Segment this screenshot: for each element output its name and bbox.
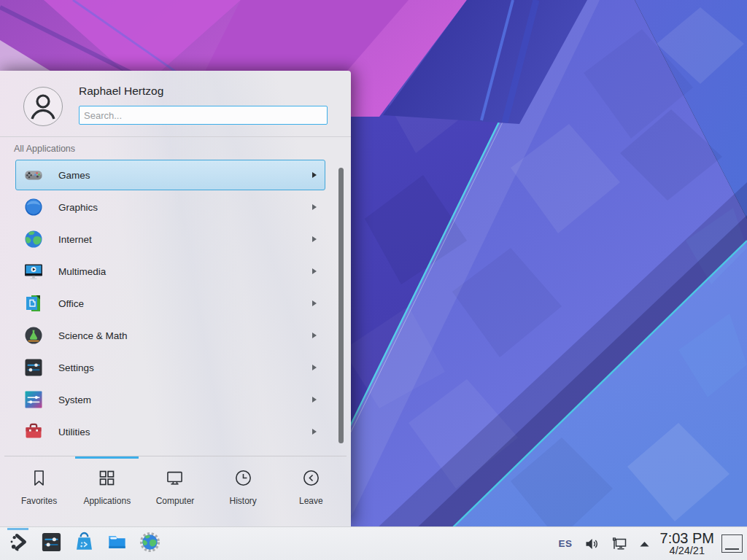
category-multimedia[interactable]: Multimedia xyxy=(15,256,325,287)
tab-computer[interactable]: Computer xyxy=(142,462,208,506)
science-icon xyxy=(23,325,44,346)
tab-label: History xyxy=(229,496,256,506)
favorites-icon xyxy=(29,468,49,491)
graphics-icon xyxy=(23,197,44,217)
user-name: Raphael Hertzog xyxy=(79,85,163,98)
category-graphics[interactable]: Graphics xyxy=(15,192,325,222)
web-browser-taskbar-button[interactable] xyxy=(137,531,162,557)
network-icon[interactable] xyxy=(611,536,628,552)
submenu-arrow-icon xyxy=(312,429,317,435)
category-label: Science & Math xyxy=(58,330,128,341)
category-internet[interactable]: Internet xyxy=(15,224,325,254)
category-science-math[interactable]: Science & Math xyxy=(15,320,325,351)
computer-icon xyxy=(165,468,185,491)
tab-history[interactable]: History xyxy=(210,462,276,506)
internet-icon xyxy=(23,229,44,249)
utilities-icon xyxy=(23,421,44,442)
kickoff-icon xyxy=(7,531,30,556)
submenu-arrow-icon xyxy=(312,204,317,210)
launcher-header: Raphael Hertzog xyxy=(0,71,351,136)
desktop: Raphael Hertzog All Applications Games G… xyxy=(0,0,747,560)
digital-clock[interactable]: 7:03 PM 4/24/21 xyxy=(660,531,714,557)
games-icon xyxy=(23,165,44,185)
expand-arrow-icon[interactable] xyxy=(639,540,650,548)
applications-icon xyxy=(97,468,117,491)
tabbar-divider xyxy=(4,456,347,456)
submenu-arrow-icon xyxy=(312,300,317,306)
category-label: Multimedia xyxy=(58,266,106,277)
keyboard-layout-indicator[interactable]: ES xyxy=(559,538,573,549)
active-tab-indicator xyxy=(75,456,139,459)
application-launcher-taskbar-button[interactable] xyxy=(6,531,31,557)
category-system[interactable]: System xyxy=(15,384,325,415)
multimedia-icon xyxy=(23,261,44,281)
file-manager-taskbar-button[interactable] xyxy=(104,531,129,557)
category-settings[interactable]: Settings xyxy=(15,352,325,383)
category-utilities[interactable]: Utilities xyxy=(15,416,325,447)
system-icon xyxy=(23,389,44,410)
globe-gear-icon xyxy=(139,531,161,556)
launcher-tabbar: Favorites Applications Computer History … xyxy=(5,462,345,521)
category-games[interactable]: Games xyxy=(15,160,325,190)
volume-icon[interactable] xyxy=(584,536,600,552)
search-input[interactable] xyxy=(79,106,328,125)
discover-icon xyxy=(73,531,96,556)
submenu-arrow-icon xyxy=(312,365,317,370)
submenu-arrow-icon xyxy=(312,268,317,274)
tab-label: Applications xyxy=(83,496,131,506)
tab-label: Computer xyxy=(156,496,195,506)
discover-taskbar-button[interactable] xyxy=(71,531,96,557)
category-label: System xyxy=(58,394,91,405)
office-icon xyxy=(23,293,44,314)
system-settings-icon xyxy=(40,531,63,556)
tab-favorites[interactable]: Favorites xyxy=(7,462,72,506)
category-office[interactable]: Office xyxy=(15,288,325,319)
folder-icon xyxy=(106,531,128,556)
category-label: Graphics xyxy=(58,202,98,213)
system-settings-taskbar-button[interactable] xyxy=(39,531,63,557)
submenu-arrow-icon xyxy=(312,236,317,242)
header-divider xyxy=(0,136,351,137)
scrollbar-thumb[interactable] xyxy=(338,168,344,443)
user-avatar[interactable] xyxy=(23,87,63,126)
tab-leave[interactable]: Leave xyxy=(278,462,344,506)
history-icon xyxy=(233,468,253,491)
clock-time: 7:03 PM xyxy=(660,531,714,546)
category-label: Office xyxy=(58,298,84,309)
submenu-arrow-icon xyxy=(312,397,317,402)
system-tray: ES xyxy=(559,536,650,552)
submenu-arrow-icon xyxy=(312,332,317,338)
submenu-arrow-icon xyxy=(312,172,317,178)
tab-applications[interactable]: Applications xyxy=(74,462,140,506)
taskbar-launchers xyxy=(6,531,162,557)
tab-label: Leave xyxy=(299,496,323,506)
section-label: All Applications xyxy=(14,144,75,154)
category-label: Settings xyxy=(58,362,94,373)
category-label: Internet xyxy=(58,234,92,245)
category-label: Games xyxy=(58,170,90,181)
settings-icon xyxy=(23,357,44,378)
taskbar: ES 7:03 PM 4/24/21 xyxy=(0,526,747,560)
show-desktop-button[interactable] xyxy=(721,534,743,553)
category-help[interactable]: Help xyxy=(15,448,325,456)
tab-label: Favorites xyxy=(21,496,57,506)
clock-date: 4/24/21 xyxy=(660,545,714,556)
category-label: Utilities xyxy=(58,427,90,438)
category-list: Games Graphics Internet Multimedia Offic… xyxy=(0,160,351,456)
application-launcher-menu: Raphael Hertzog All Applications Games G… xyxy=(0,71,351,526)
leave-icon xyxy=(301,468,321,491)
